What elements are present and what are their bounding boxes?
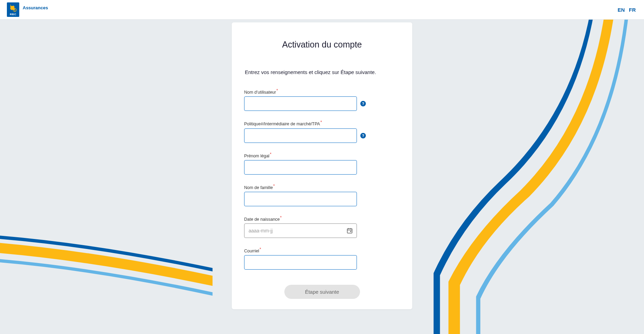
- policy-group: Politique#/Intermédiaire de marché/TPA* …: [244, 120, 400, 143]
- logo-container: RBC Assurances: [7, 2, 48, 17]
- username-group: Nom d'utilisateur* ?: [244, 88, 400, 111]
- firstname-input[interactable]: [244, 160, 357, 175]
- lang-en-link[interactable]: EN: [618, 7, 625, 13]
- required-indicator: *: [276, 88, 278, 93]
- firstname-group: Prénom légal*: [244, 152, 400, 175]
- header: RBC Assurances EN FR: [0, 0, 644, 20]
- lang-fr-link[interactable]: FR: [629, 7, 636, 13]
- logo-abbr: RBC: [10, 13, 17, 16]
- required-indicator: *: [280, 215, 282, 220]
- dob-group: Date de naissance*: [244, 215, 400, 238]
- policy-input[interactable]: [244, 128, 357, 143]
- firstname-label: Prénom légal*: [244, 152, 271, 158]
- email-group: Courriel*: [244, 247, 400, 270]
- main-container: Activation du compte Entrez vos renseign…: [0, 20, 644, 309]
- dob-label-text: Date de naissance: [244, 217, 280, 222]
- brand-text: Assurances: [23, 5, 48, 10]
- lastname-input[interactable]: [244, 192, 357, 206]
- policy-label-text: Politique#/Intermédiaire de marché/TPA: [244, 122, 320, 127]
- dob-label: Date de naissance*: [244, 215, 282, 222]
- lastname-group: Nom de famille*: [244, 184, 400, 206]
- language-switcher: EN FR: [618, 7, 636, 13]
- activation-card: Activation du compte Entrez vos renseign…: [232, 22, 412, 309]
- next-step-button[interactable]: Étape suivante: [284, 285, 360, 299]
- page-subtitle: Entrez vos renseignements et cliquez sur…: [244, 69, 400, 76]
- required-indicator: *: [270, 152, 272, 157]
- rbc-logo: RBC: [7, 2, 19, 17]
- firstname-label-text: Prénom légal: [244, 154, 270, 158]
- page-title: Activation du compte: [244, 40, 400, 50]
- help-icon[interactable]: ?: [360, 101, 366, 106]
- policy-label: Politique#/Intermédiaire de marché/TPA*: [244, 120, 322, 126]
- username-label: Nom d'utilisateur*: [244, 88, 278, 95]
- dob-input[interactable]: [244, 223, 357, 238]
- required-indicator: *: [273, 184, 275, 188]
- username-input[interactable]: [244, 96, 357, 111]
- email-input[interactable]: [244, 255, 357, 270]
- lastname-label-text: Nom de famille: [244, 185, 273, 190]
- lion-globe-icon: [9, 3, 17, 12]
- required-indicator: *: [260, 247, 261, 252]
- lastname-label: Nom de famille*: [244, 184, 275, 190]
- username-label-text: Nom d'utilisateur: [244, 90, 276, 95]
- help-icon[interactable]: ?: [360, 133, 366, 138]
- required-indicator: *: [320, 120, 322, 125]
- email-label: Courriel*: [244, 247, 261, 253]
- email-label-text: Courriel: [244, 249, 259, 253]
